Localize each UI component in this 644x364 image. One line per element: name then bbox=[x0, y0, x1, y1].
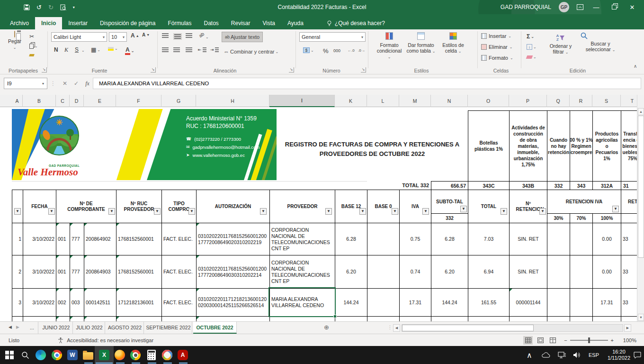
cell-E10[interactable] bbox=[84, 316, 116, 321]
header-ruc-proveedor[interactable]: Nº RUC PROVEEDOR▼ bbox=[116, 190, 161, 223]
taskbar-firefox-button[interactable] bbox=[114, 349, 125, 361]
tell-me-search[interactable]: ¿Qué desea hacer? bbox=[327, 17, 385, 29]
tab-ayuda[interactable]: Ayuda bbox=[281, 17, 310, 29]
filter-button[interactable]: ▼ bbox=[359, 208, 366, 215]
filter-button[interactable]: ▼ bbox=[188, 208, 195, 215]
view-page-layout-button[interactable] bbox=[536, 336, 545, 345]
wrap-text-button[interactable]: ab Ajustar texto bbox=[222, 32, 263, 42]
restore-button[interactable] bbox=[609, 4, 619, 11]
cell-O7[interactable]: 7.03 bbox=[468, 223, 509, 255]
cell-B8[interactable]: 3/10/2022 bbox=[23, 255, 56, 288]
column-header-D[interactable]: D bbox=[70, 95, 84, 107]
orientation-caret[interactable]: ⌄ bbox=[206, 35, 209, 39]
cell-S2[interactable]: Productos agricoilas o Pecuarios 1% bbox=[592, 110, 621, 181]
cell-N9[interactable]: 144.24 bbox=[431, 288, 468, 316]
fill-color-button[interactable]: ⌄ bbox=[108, 46, 118, 51]
undo-button[interactable]: ↺ bbox=[36, 4, 42, 11]
header-n-retencion[interactable]: Nº RETENCION▼ bbox=[509, 190, 547, 223]
tabbar-divider[interactable]: ⋮ bbox=[387, 324, 393, 330]
horizontal-scrollbar[interactable] bbox=[402, 324, 623, 332]
header-proveedor[interactable]: PROVEEDOR▼ bbox=[269, 190, 335, 223]
delete-cells-button[interactable]: Eliminar⌄ bbox=[481, 44, 512, 50]
zoom-slider-thumb[interactable] bbox=[588, 337, 590, 343]
cell-A9[interactable]: 3 bbox=[12, 288, 23, 316]
cell-M7[interactable]: 0.75 bbox=[399, 223, 431, 255]
cell-O2[interactable]: Botellas plásticas 1% bbox=[468, 110, 509, 181]
cell-I7[interactable]: CORPORACION NACIONAL DE TELECOMUNICACION… bbox=[269, 223, 335, 255]
number-format-combo[interactable]: General▾ bbox=[299, 32, 366, 42]
cell-L9[interactable] bbox=[367, 288, 399, 316]
cell-O9[interactable]: 161.55 bbox=[468, 288, 509, 316]
cell-B7[interactable]: 3/10/2022 bbox=[23, 223, 56, 255]
taskbar-search-button[interactable] bbox=[19, 349, 31, 361]
cell-S8[interactable]: 0.00 bbox=[592, 255, 621, 288]
cell-P4[interactable]: 343B bbox=[509, 181, 547, 190]
filter-button[interactable]: ▼ bbox=[612, 206, 619, 212]
tab-revisar[interactable]: Revisar bbox=[225, 17, 257, 29]
sheet-tab-agosto[interactable]: AGOSTO 2022 bbox=[106, 322, 144, 334]
accessibility-status[interactable]: Accesibilidad: es necesario investigar bbox=[57, 337, 153, 344]
orientation-button[interactable]: ab bbox=[198, 31, 205, 38]
banner-image[interactable]: ✳ GAD PARROQUIAL Valle Hermoso Acuerdo M… bbox=[12, 109, 277, 180]
cell-B10[interactable] bbox=[23, 316, 56, 321]
cell-F9[interactable]: 1712182136001 bbox=[116, 288, 161, 316]
underline-button[interactable]: S bbox=[75, 46, 79, 53]
cell-K10[interactable] bbox=[335, 316, 367, 321]
header-A[interactable]: ▼ bbox=[12, 190, 23, 223]
align-center-icon[interactable] bbox=[173, 47, 180, 52]
header-subtotal-code[interactable]: 332 bbox=[431, 213, 468, 223]
cell-R8[interactable] bbox=[570, 255, 592, 288]
cell-C8[interactable]: 001 bbox=[56, 255, 70, 288]
fill-button[interactable]: ↓⌄ bbox=[527, 44, 537, 50]
sheet-prev-button[interactable]: ◀ bbox=[9, 325, 12, 329]
cell-styles-button[interactable]: Estilos de celda ⌄ bbox=[438, 32, 468, 55]
cell-H7[interactable]: 0310202201176815256001200177720086490203… bbox=[196, 223, 269, 255]
cell-G7[interactable]: FACT. ELEC. bbox=[161, 223, 196, 255]
increase-indent-button[interactable]: ⇥ bbox=[210, 47, 219, 52]
sort-filter-button[interactable]: AZ Ordenar y filtrar ⌄ bbox=[544, 32, 578, 55]
cell-N7[interactable]: 6.28 bbox=[431, 223, 468, 255]
cell-B9[interactable]: 3/10/2022 bbox=[23, 288, 56, 316]
filter-button[interactable]: ▼ bbox=[14, 208, 21, 215]
cell-C9[interactable]: 002 bbox=[56, 288, 70, 316]
tab-vista[interactable]: Vista bbox=[257, 17, 281, 29]
merge-center-button[interactable]: ⇔ Combinar y centrar ⌄ bbox=[222, 46, 280, 57]
column-header-R[interactable]: R bbox=[570, 95, 592, 107]
name-box[interactable]: I9▾ bbox=[4, 78, 47, 89]
cell-D8[interactable]: 777 bbox=[70, 255, 84, 288]
vertical-scroll-thumb[interactable] bbox=[638, 116, 644, 258]
column-header-I[interactable]: I bbox=[269, 95, 335, 107]
cell-E7[interactable]: 200864902 bbox=[84, 223, 116, 255]
tab-inicio[interactable]: Inicio bbox=[35, 17, 62, 29]
horizontal-scroll-thumb[interactable] bbox=[402, 325, 534, 331]
header-subtotal[interactable]: SUBTO-TAL▼ bbox=[431, 190, 468, 213]
format-as-table-button[interactable]: Dar formato como tabla ⌄ bbox=[406, 32, 436, 55]
cell-P9[interactable]: 000001144 bbox=[509, 288, 547, 316]
taskbar-chrome2-button[interactable] bbox=[130, 349, 141, 361]
onedrive-icon[interactable] bbox=[542, 346, 550, 364]
sheet-tab-octubre[interactable]: OCTUBRE 2022 bbox=[193, 322, 237, 334]
cell-A8[interactable]: 2 bbox=[12, 255, 23, 288]
add-sheet-button[interactable]: ⊕ bbox=[324, 324, 329, 331]
taskbar-acrobat-button[interactable]: A bbox=[177, 349, 188, 361]
header-100[interactable]: 100% bbox=[592, 213, 621, 223]
cell-H8[interactable]: 0310202201176815256001200177720086490303… bbox=[196, 255, 269, 288]
cell-Q2[interactable]: Cuando no hay retención bbox=[547, 110, 570, 181]
column-header-O[interactable]: O bbox=[468, 95, 509, 107]
cell-M10[interactable] bbox=[399, 316, 431, 321]
cell-A7[interactable]: 1 bbox=[12, 223, 23, 255]
notification-center-button[interactable] bbox=[634, 346, 641, 364]
selected-cell-outline[interactable] bbox=[268, 287, 336, 317]
cell-P7[interactable]: SIN. RET bbox=[509, 223, 547, 255]
cell-S4[interactable]: 312A bbox=[592, 181, 621, 190]
column-header-K[interactable]: K bbox=[335, 95, 367, 107]
taskbar-explorer-button[interactable] bbox=[82, 349, 94, 361]
filter-button[interactable]: ▼ bbox=[108, 208, 115, 215]
filter-button[interactable]: ▼ bbox=[460, 206, 467, 212]
filter-button[interactable]: ▼ bbox=[154, 208, 161, 215]
cell-C10[interactable] bbox=[56, 316, 70, 321]
cell-Q8[interactable] bbox=[547, 255, 570, 288]
formula-input[interactable]: MARIA ALEXANDRA VILLARREAL CEDENO bbox=[93, 78, 641, 89]
taskbar-edge-button[interactable] bbox=[35, 349, 46, 361]
clipboard-dialog-launcher[interactable]: ↘ bbox=[42, 67, 47, 73]
